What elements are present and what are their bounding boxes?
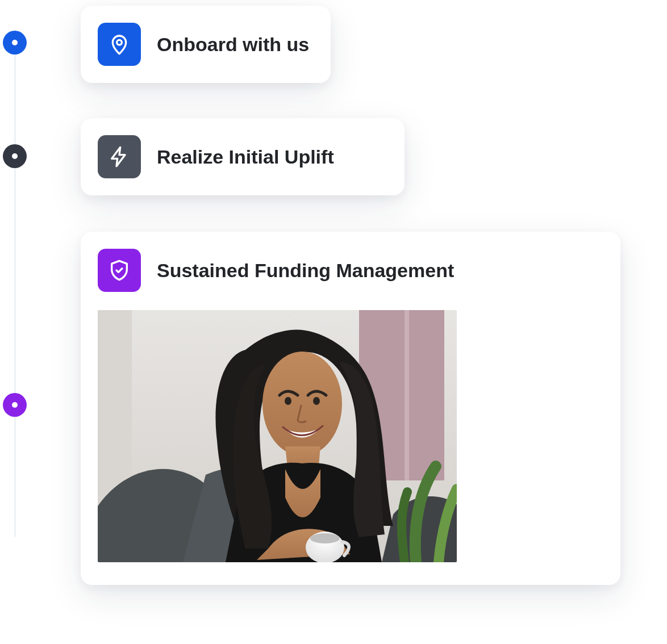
timeline-dot-uplift xyxy=(3,144,27,168)
svg-rect-3 xyxy=(405,310,409,480)
timeline-dot-funding xyxy=(3,393,27,417)
step-title: Realize Initial Uplift xyxy=(157,145,334,169)
timeline-line xyxy=(14,43,16,537)
step-card-onboard[interactable]: Onboard with us xyxy=(81,6,331,83)
shield-icon xyxy=(98,249,141,292)
timeline-dot-onboard xyxy=(3,31,27,55)
step-title: Onboard with us xyxy=(157,33,309,56)
svg-point-6 xyxy=(285,397,291,405)
svg-point-5 xyxy=(262,352,342,456)
bolt-icon xyxy=(98,135,141,178)
portrait-photo xyxy=(98,310,457,562)
pin-icon xyxy=(98,23,141,66)
svg-point-0 xyxy=(117,40,122,45)
step-title: Sustained Funding Management xyxy=(157,259,454,282)
step-card-funding[interactable]: Sustained Funding Management xyxy=(81,232,620,585)
step-card-uplift[interactable]: Realize Initial Uplift xyxy=(81,118,405,195)
svg-point-9 xyxy=(310,533,340,543)
svg-point-7 xyxy=(313,397,320,405)
